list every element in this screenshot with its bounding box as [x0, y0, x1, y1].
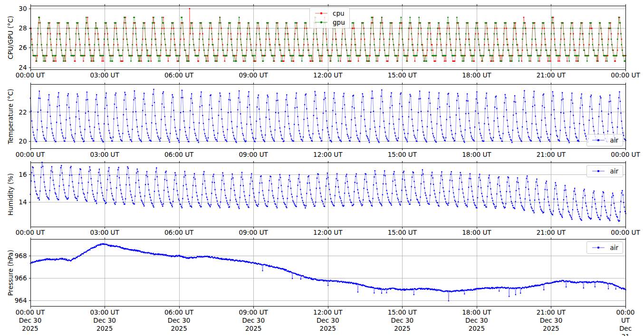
legend-entry-air: air — [591, 136, 618, 144]
x-tick-label: 00:00 UT — [16, 229, 45, 237]
x-tick-label: 06:00 UT — [164, 71, 193, 79]
legend-panel-2: air — [586, 165, 623, 177]
legend-entry-air: air — [591, 167, 618, 175]
x-tick-label: 18:00 UT — [462, 229, 491, 237]
x-tick-label: 15:00 UT — [388, 229, 417, 237]
y-axis-label-humidity: Humidity (%) — [7, 173, 14, 216]
y-axis-label-temperature: Temperature (°C) — [7, 88, 14, 144]
x-tick-label: 09:00 UT — [239, 229, 268, 237]
y-tick-label: 20 — [3, 137, 27, 145]
legend-entry-gpu: gpu — [314, 19, 345, 26]
legend-line-gpu-icon — [314, 19, 328, 25]
y-tick-label: 26 — [3, 44, 27, 51]
legend-line-air-icon — [591, 168, 606, 174]
x-tick-label: 21:00 UT — [537, 71, 566, 79]
legend-line-cpu-icon — [314, 10, 328, 16]
y-tick-label: 968 — [3, 252, 27, 259]
x-tick-label: 21:00 UT — [537, 151, 566, 159]
legend-entry-air: air — [591, 244, 618, 251]
x-tick-label: 18:00 UT Dec 30 2025 — [462, 308, 491, 333]
x-tick-label: 00:00 UT Dec 31 2025 — [616, 308, 635, 336]
x-tick-label: 00:00 UT — [611, 229, 640, 237]
plot-area-1 — [30, 84, 626, 149]
x-tick-label: 15:00 UT Dec 30 2025 — [388, 308, 417, 333]
x-tick-label: 09:00 UT — [239, 151, 268, 159]
x-tick-label: 18:00 UT — [462, 151, 491, 159]
x-tick-label: 09:00 UT — [239, 71, 268, 79]
legend-label: air — [610, 167, 618, 175]
x-tick-label: 15:00 UT — [388, 151, 417, 159]
y-tick-label: 24 — [3, 64, 27, 71]
x-tick-label: 00:00 UT Dec 30 2025 — [16, 308, 45, 333]
x-tick-label: 00:00 UT — [611, 151, 640, 159]
y-tick-label: 16 — [3, 171, 27, 178]
y-axis-label-cpu-gpu: CPU/GPU (°C) — [7, 16, 14, 59]
x-tick-label: 12:00 UT Dec 30 2025 — [313, 308, 342, 333]
y-tick-label: 22 — [3, 108, 27, 116]
x-tick-label: 21:00 UT Dec 30 2025 — [537, 308, 566, 333]
y-tick-label: 966 — [3, 274, 27, 282]
x-tick-label: 00:00 UT — [611, 71, 640, 79]
x-tick-label: 03:00 UT — [90, 71, 119, 79]
x-tick-label: 06:00 UT — [164, 151, 193, 159]
x-tick-label: 12:00 UT — [313, 151, 342, 159]
x-tick-label: 03:00 UT — [90, 229, 119, 237]
y-tick-label: 964 — [3, 297, 27, 304]
x-tick-label: 06:00 UT Dec 30 2025 — [164, 308, 193, 333]
x-tick-label: 18:00 UT — [462, 71, 491, 79]
legend-panel-3: air — [586, 241, 623, 254]
y-tick-label: 28 — [3, 24, 27, 32]
legend-label: air — [610, 244, 618, 251]
x-tick-label: 15:00 UT — [388, 71, 417, 79]
x-tick-label: 00:00 UT — [16, 151, 45, 159]
plot-area-3 — [30, 239, 626, 307]
legend-line-air-icon — [591, 245, 606, 250]
x-tick-label: 21:00 UT — [537, 229, 566, 237]
x-tick-label: 12:00 UT — [313, 71, 342, 79]
y-tick-label: 14 — [3, 198, 27, 206]
legend-label: cpu — [333, 10, 345, 17]
figure: CPU/GPU (°C) Temperature (°C) Humidity (… — [0, 0, 644, 336]
legend-entry-cpu: cpu — [314, 10, 345, 17]
x-tick-label: 09:00 UT Dec 30 2025 — [239, 308, 268, 333]
legend-label: gpu — [333, 19, 345, 26]
x-tick-label: 12:00 UT — [313, 229, 342, 237]
x-tick-label: 03:00 UT — [90, 151, 119, 159]
legend-panel-0: cpugpu — [309, 7, 350, 29]
legend-panel-1: air — [586, 134, 623, 146]
legend-line-air-icon — [591, 137, 606, 143]
x-tick-label: 06:00 UT — [164, 229, 193, 237]
plot-area-2 — [30, 163, 626, 227]
x-tick-label: 00:00 UT — [16, 71, 45, 79]
x-tick-label: 03:00 UT Dec 30 2025 — [90, 308, 119, 333]
y-tick-label: 30 — [3, 5, 27, 12]
legend-label: air — [610, 136, 618, 144]
